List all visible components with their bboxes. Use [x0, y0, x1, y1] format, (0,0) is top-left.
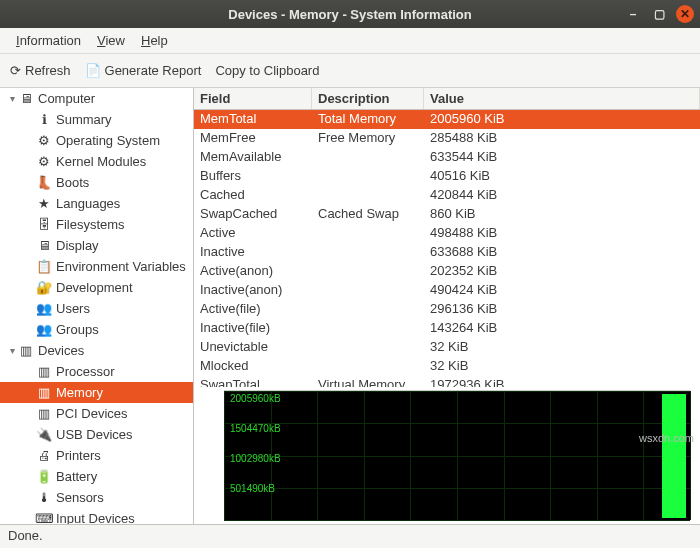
memory-graph: 2005960kB1504470kB1002980kB501490kB — [224, 390, 690, 520]
tree-item-label: Devices — [38, 343, 84, 358]
tree-item-label: PCI Devices — [56, 406, 128, 421]
table-row[interactable]: SwapCachedCached Swap860 KiB — [194, 205, 700, 224]
cell-description — [312, 300, 424, 319]
cell-field: Unevictable — [194, 338, 312, 357]
table-row[interactable]: MemAvailable633544 KiB — [194, 148, 700, 167]
tree-boots[interactable]: 👢Boots — [0, 172, 193, 193]
table-row[interactable]: Cached420844 KiB — [194, 186, 700, 205]
document-icon: 📄 — [85, 63, 101, 78]
tree-item-label: Input Devices — [56, 511, 135, 524]
menubar: InformationViewHelp — [0, 28, 700, 54]
tree-summary[interactable]: ℹSummary — [0, 109, 193, 130]
tree-users[interactable]: 👥Users — [0, 298, 193, 319]
cell-field: MemAvailable — [194, 148, 312, 167]
tree-display-icon: 🖥 — [36, 238, 52, 254]
minimize-button[interactable]: – — [624, 5, 642, 23]
menu-view[interactable]: View — [91, 30, 131, 51]
table-row[interactable]: Inactive(anon)490424 KiB — [194, 281, 700, 300]
table-body: MemTotalTotal Memory2005960 KiBMemFreeFr… — [194, 110, 700, 387]
tree-devices[interactable]: ▾▥Devices — [0, 340, 193, 361]
table-row[interactable]: Active498488 KiB — [194, 224, 700, 243]
cell-description: Free Memory — [312, 129, 424, 148]
menu-help[interactable]: Help — [135, 30, 174, 51]
table-row[interactable]: Active(anon)202352 KiB — [194, 262, 700, 281]
tree-display[interactable]: 🖥Display — [0, 235, 193, 256]
table-row[interactable]: MemTotalTotal Memory2005960 KiB — [194, 110, 700, 129]
tree-item-label: Display — [56, 238, 99, 253]
window-title: Devices - Memory - System Information — [228, 7, 471, 22]
tree-printers[interactable]: 🖨Printers — [0, 445, 193, 466]
tree-item-label: USB Devices — [56, 427, 133, 442]
table-row[interactable]: Active(file)296136 KiB — [194, 300, 700, 319]
tree-processor[interactable]: ▥Processor — [0, 361, 193, 382]
tree-memory-icon: ▥ — [36, 385, 52, 401]
table-row[interactable]: Inactive(file)143264 KiB — [194, 319, 700, 338]
tree-item-label: Filesystems — [56, 217, 125, 232]
maximize-button[interactable]: ▢ — [650, 5, 668, 23]
tree-item-label: Users — [56, 301, 90, 316]
graph-axis-label: 2005960kB — [230, 393, 281, 404]
tree-computer-icon: 🖥 — [18, 91, 34, 107]
cell-value: 633688 KiB — [424, 243, 700, 262]
tree-battery[interactable]: 🔋Battery — [0, 466, 193, 487]
cell-field: MemFree — [194, 129, 312, 148]
table-row[interactable]: Unevictable32 KiB — [194, 338, 700, 357]
tree-input-devices-icon: ⌨ — [36, 511, 52, 525]
tree-item-label: Summary — [56, 112, 112, 127]
tree-development[interactable]: 🔐Development — [0, 277, 193, 298]
tree-kernel-modules[interactable]: ⚙Kernel Modules — [0, 151, 193, 172]
table-row[interactable]: SwapTotalVirtual Memory1972936 KiB — [194, 376, 700, 387]
cell-field: Active — [194, 224, 312, 243]
cell-description — [312, 224, 424, 243]
cell-value: 1972936 KiB — [424, 376, 700, 387]
tree-boots-icon: 👢 — [36, 175, 52, 191]
table-row[interactable]: Mlocked32 KiB — [194, 357, 700, 376]
tree-input-devices[interactable]: ⌨Input Devices — [0, 508, 193, 524]
cell-value: 420844 KiB — [424, 186, 700, 205]
tree-summary-icon: ℹ — [36, 112, 52, 128]
copy-clipboard-button[interactable]: Copy to Clipboard — [215, 63, 319, 78]
memory-table: Field Description Value MemTotalTotal Me… — [194, 88, 700, 387]
tree-env-vars[interactable]: 📋Environment Variables — [0, 256, 193, 277]
refresh-icon: ⟳ — [10, 63, 21, 78]
refresh-button[interactable]: ⟳ Refresh — [10, 63, 71, 78]
tree-development-icon: 🔐 — [36, 280, 52, 296]
close-button[interactable]: ✕ — [676, 5, 694, 23]
table-header: Field Description Value — [194, 88, 700, 110]
generate-report-button[interactable]: 📄 Generate Report — [85, 63, 202, 78]
tree-usb-devices[interactable]: 🔌USB Devices — [0, 424, 193, 445]
tree-filesystems[interactable]: 🗄Filesystems — [0, 214, 193, 235]
tree-processor-icon: ▥ — [36, 364, 52, 380]
column-value[interactable]: Value — [424, 88, 700, 109]
tree-pci-devices[interactable]: ▥PCI Devices — [0, 403, 193, 424]
cell-value: 860 KiB — [424, 205, 700, 224]
tree-usb-devices-icon: 🔌 — [36, 427, 52, 443]
tree-groups-icon: 👥 — [36, 322, 52, 338]
cell-value: 296136 KiB — [424, 300, 700, 319]
cell-value: 143264 KiB — [424, 319, 700, 338]
menu-information[interactable]: Information — [10, 30, 87, 51]
tree-groups[interactable]: 👥Groups — [0, 319, 193, 340]
cell-field: Cached — [194, 186, 312, 205]
cell-value: 285488 KiB — [424, 129, 700, 148]
table-row[interactable]: MemFreeFree Memory285488 KiB — [194, 129, 700, 148]
cell-description — [312, 148, 424, 167]
sidebar-tree[interactable]: ▾🖥ComputerℹSummary⚙Operating System⚙Kern… — [0, 88, 194, 524]
column-field[interactable]: Field — [194, 88, 312, 109]
table-row[interactable]: Buffers40516 KiB — [194, 167, 700, 186]
tree-computer[interactable]: ▾🖥Computer — [0, 88, 193, 109]
cell-description — [312, 167, 424, 186]
tree-memory[interactable]: ▥Memory — [0, 382, 193, 403]
graph-axis-label: 501490kB — [230, 483, 275, 494]
tree-item-label: Environment Variables — [56, 259, 186, 274]
cell-description — [312, 319, 424, 338]
tree-languages[interactable]: ★Languages — [0, 193, 193, 214]
window-controls: – ▢ ✕ — [624, 5, 694, 23]
graph-axis-label: 1002980kB — [230, 453, 281, 464]
tree-os[interactable]: ⚙Operating System — [0, 130, 193, 151]
grid-line — [504, 391, 505, 520]
tree-sensors[interactable]: 🌡Sensors — [0, 487, 193, 508]
table-row[interactable]: Inactive633688 KiB — [194, 243, 700, 262]
tree-devices-icon: ▥ — [18, 343, 34, 359]
column-description[interactable]: Description — [312, 88, 424, 109]
